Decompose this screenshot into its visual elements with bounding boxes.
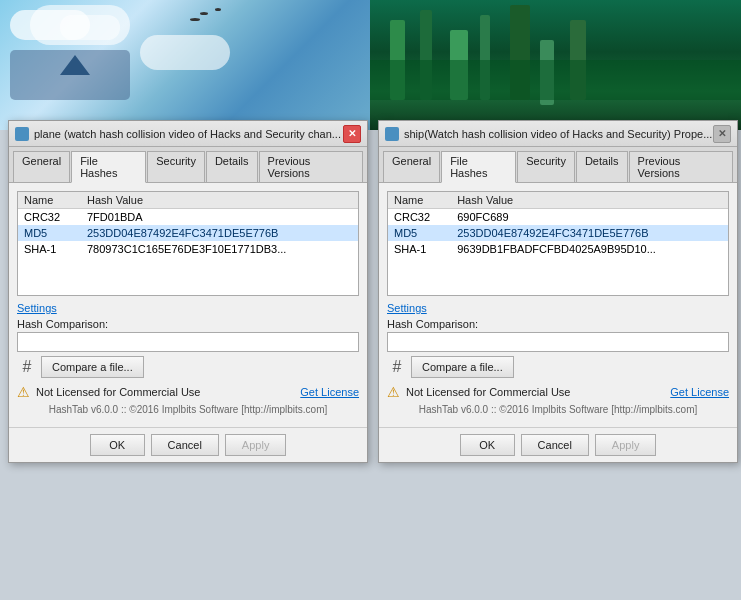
- left-hash-icon-row: # Compare a file...: [17, 356, 359, 378]
- left-dialog-buttons: OK Cancel Apply: [9, 427, 367, 462]
- left-hash-table: Name Hash Value CRC32 7FD01BDA MD5 253DD…: [18, 192, 358, 257]
- left-cancel-button[interactable]: Cancel: [151, 434, 219, 456]
- right-dialog-title: ship(Watch hash collision video of Hacks…: [404, 128, 713, 140]
- right-hash-table-container: Name Hash Value CRC32 690FC689 MD5 253DD…: [387, 191, 729, 296]
- right-hash-input-row: [387, 332, 729, 352]
- left-settings-link[interactable]: Settings: [17, 302, 359, 314]
- right-tabs: General File Hashes Security Details Pre…: [379, 147, 737, 183]
- right-dialog-close-button[interactable]: ✕: [713, 125, 731, 143]
- right-row3-name: SHA-1: [388, 241, 451, 257]
- left-dialog-content: Name Hash Value CRC32 7FD01BDA MD5 253DD…: [9, 183, 367, 427]
- right-ok-button[interactable]: OK: [460, 434, 515, 456]
- right-row1-hash: 690FC689: [451, 209, 728, 226]
- left-tab-file-hashes[interactable]: File Hashes: [71, 151, 146, 183]
- left-row2-name: MD5: [18, 225, 81, 241]
- left-hash-symbol-icon: #: [17, 358, 37, 376]
- right-compare-button[interactable]: Compare a file...: [411, 356, 514, 378]
- right-apply-button[interactable]: Apply: [595, 434, 657, 456]
- left-row1-hash: 7FD01BDA: [81, 209, 358, 226]
- right-warning-icon: ⚠: [387, 384, 400, 400]
- left-hash-input[interactable]: [17, 332, 359, 352]
- right-tab-details[interactable]: Details: [576, 151, 628, 182]
- right-row2-hash: 253DD04E87492E4FC3471DE5E776B: [451, 225, 728, 241]
- right-row3-hash: 9639DB1FBADFCFBD4025A9B95D10...: [451, 241, 728, 257]
- right-dialog-icon: [385, 127, 399, 141]
- table-row: MD5 253DD04E87492E4FC3471DE5E776B: [388, 225, 728, 241]
- right-footer-text: HashTab v6.0.0 :: ©2016 Implbits Softwar…: [387, 404, 729, 415]
- left-tabs: General File Hashes Security Details Pre…: [9, 147, 367, 183]
- right-cancel-button[interactable]: Cancel: [521, 434, 589, 456]
- right-tab-general[interactable]: General: [383, 151, 440, 182]
- left-row3-hash: 780973C1C165E76DE3F10E1771DB3...: [81, 241, 358, 257]
- right-hash-table: Name Hash Value CRC32 690FC689 MD5 253DD…: [388, 192, 728, 257]
- right-warning-text: Not Licensed for Commercial Use: [406, 386, 570, 398]
- left-tab-previous-versions[interactable]: Previous Versions: [259, 151, 363, 182]
- right-hash-comparison-label: Hash Comparison:: [387, 318, 729, 330]
- left-warning-area: ⚠ Not Licensed for Commercial Use Get Li…: [17, 384, 359, 400]
- left-dialog-close-button[interactable]: ✕: [343, 125, 361, 143]
- left-ok-button[interactable]: OK: [90, 434, 145, 456]
- left-get-license-link[interactable]: Get License: [300, 386, 359, 398]
- left-hash-input-row: [17, 332, 359, 352]
- right-settings-link[interactable]: Settings: [387, 302, 729, 314]
- left-warning-text: Not Licensed for Commercial Use: [36, 386, 200, 398]
- right-background-image: [370, 0, 741, 130]
- right-row1-name: CRC32: [388, 209, 451, 226]
- left-tab-security[interactable]: Security: [147, 151, 205, 182]
- left-warning-icon: ⚠: [17, 384, 30, 400]
- left-dialog: plane (watch hash collision video of Hac…: [8, 120, 368, 463]
- right-hash-input[interactable]: [387, 332, 729, 352]
- right-tab-file-hashes[interactable]: File Hashes: [441, 151, 516, 183]
- right-dialog: ship(Watch hash collision video of Hacks…: [378, 120, 738, 463]
- left-dialog-icon: [15, 127, 29, 141]
- right-dialog-titlebar: ship(Watch hash collision video of Hacks…: [379, 121, 737, 147]
- right-row2-name: MD5: [388, 225, 451, 241]
- right-col-name: Name: [388, 192, 451, 209]
- right-dialog-buttons: OK Cancel Apply: [379, 427, 737, 462]
- left-dialog-titlebar: plane (watch hash collision video of Hac…: [9, 121, 367, 147]
- table-row: CRC32 690FC689: [388, 209, 728, 226]
- left-compare-button[interactable]: Compare a file...: [41, 356, 144, 378]
- table-row: CRC32 7FD01BDA: [18, 209, 358, 226]
- right-col-hash: Hash Value: [451, 192, 728, 209]
- table-row: SHA-1 9639DB1FBADFCFBD4025A9B95D10...: [388, 241, 728, 257]
- left-row3-name: SHA-1: [18, 241, 81, 257]
- background-area: [0, 0, 741, 130]
- left-footer-text: HashTab v6.0.0 :: ©2016 Implbits Softwar…: [17, 404, 359, 415]
- right-tab-previous-versions[interactable]: Previous Versions: [629, 151, 733, 182]
- left-hash-table-container: Name Hash Value CRC32 7FD01BDA MD5 253DD…: [17, 191, 359, 296]
- left-col-hash: Hash Value: [81, 192, 358, 209]
- left-dialog-title: plane (watch hash collision video of Hac…: [34, 128, 343, 140]
- right-hash-icon-row: # Compare a file...: [387, 356, 729, 378]
- left-tab-general[interactable]: General: [13, 151, 70, 182]
- left-row1-name: CRC32: [18, 209, 81, 226]
- left-row2-hash: 253DD04E87492E4FC3471DE5E776B: [81, 225, 358, 241]
- right-dialog-content: Name Hash Value CRC32 690FC689 MD5 253DD…: [379, 183, 737, 427]
- left-col-name: Name: [18, 192, 81, 209]
- right-get-license-link[interactable]: Get License: [670, 386, 729, 398]
- right-warning-area: ⚠ Not Licensed for Commercial Use Get Li…: [387, 384, 729, 400]
- table-row: MD5 253DD04E87492E4FC3471DE5E776B: [18, 225, 358, 241]
- table-row: SHA-1 780973C1C165E76DE3F10E1771DB3...: [18, 241, 358, 257]
- left-apply-button[interactable]: Apply: [225, 434, 287, 456]
- right-hash-symbol-icon: #: [387, 358, 407, 376]
- right-tab-security[interactable]: Security: [517, 151, 575, 182]
- left-hash-comparison-label: Hash Comparison:: [17, 318, 359, 330]
- left-tab-details[interactable]: Details: [206, 151, 258, 182]
- left-background-image: [0, 0, 370, 130]
